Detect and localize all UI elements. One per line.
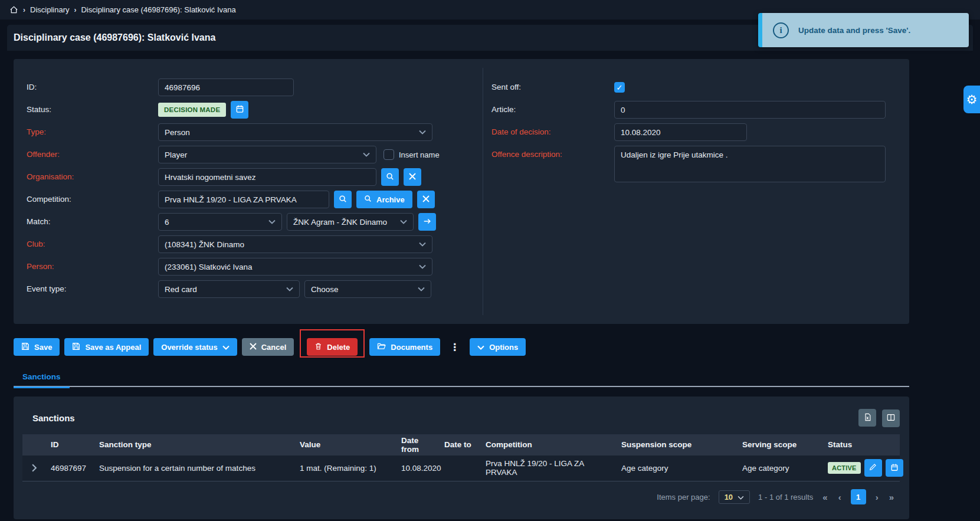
trash-icon <box>314 342 322 352</box>
article-label: Article: <box>483 101 614 119</box>
sent-off-label: Sent off: <box>483 78 614 96</box>
chevron-down-icon <box>419 242 426 247</box>
col-competition: Competition <box>481 434 617 456</box>
export-excel-button[interactable] <box>858 409 876 427</box>
chevron-down-icon <box>738 493 744 502</box>
match-name-select[interactable]: ŽNK Agram - ŽNK Dinamo <box>287 213 414 231</box>
person-value: (233061) Slatković Ivana <box>165 263 253 271</box>
organisation-search-button[interactable] <box>381 168 399 186</box>
organisation-input[interactable] <box>158 168 376 186</box>
organisation-clear-button[interactable] <box>404 168 421 186</box>
close-icon <box>250 343 257 352</box>
page-title: Disciplinary case (46987696): Slatković … <box>7 32 215 43</box>
event-type-label: Event type: <box>14 280 158 298</box>
date-of-decision-label: Date of decision: <box>483 123 614 141</box>
id-input[interactable] <box>158 78 294 96</box>
arrow-right-icon <box>423 217 431 227</box>
columns-icon <box>887 414 895 423</box>
offence-description-textarea[interactable]: Udaljen iz igre Prije utakmice . <box>614 146 886 182</box>
breadcrumb-current: Disciplinary case (46987696): Slatković … <box>81 5 235 14</box>
chevron-down-icon <box>268 219 276 224</box>
club-select[interactable]: (108341) ŽNK Dinamo <box>158 235 432 253</box>
columns-button[interactable] <box>882 409 900 427</box>
person-select[interactable]: (233061) Slatković Ivana <box>158 258 432 276</box>
info-icon: i <box>773 22 789 38</box>
save-label: Save <box>34 343 52 352</box>
calendar-icon <box>235 104 244 115</box>
tab-sanctions[interactable]: Sanctions <box>14 369 70 388</box>
sanction-history-button[interactable] <box>886 459 903 477</box>
case-form-card: ID: Status: DECISION MADE Type: Person <box>14 59 909 324</box>
competition-label: Competition: <box>14 191 158 208</box>
chevron-down-icon <box>418 287 425 291</box>
save-as-appeal-button[interactable]: Save as Appeal <box>64 338 149 356</box>
cancel-button[interactable]: Cancel <box>242 338 294 356</box>
sent-off-checkbox[interactable]: ✓ <box>614 82 625 93</box>
items-per-page-select[interactable]: 10 <box>719 490 750 504</box>
col-status: Status <box>823 434 900 456</box>
save-as-appeal-label: Save as Appeal <box>85 343 141 352</box>
previous-page-button[interactable]: ‹ <box>837 492 843 502</box>
search-icon <box>386 172 394 182</box>
calendar-icon <box>890 463 899 473</box>
event-type-value: Red card <box>165 285 197 294</box>
match-number-select[interactable]: 6 <box>158 213 282 231</box>
col-suspension-scope: Suspension scope <box>617 434 738 456</box>
col-value: Value <box>295 434 396 456</box>
toast-notification: i Update data and press 'Save'. <box>758 13 969 47</box>
match-name-value: ŽNK Agram - ŽNK Dinamo <box>293 218 387 227</box>
more-actions-dots-icon[interactable]: ⋮ <box>450 341 460 353</box>
competition-clear-button[interactable] <box>417 191 435 208</box>
event-type-select[interactable]: Red card <box>158 280 300 298</box>
file-excel-icon <box>864 413 871 423</box>
offender-select[interactable]: Player <box>158 146 376 163</box>
documents-button[interactable]: Documents <box>369 338 440 356</box>
col-date-to: Date to <box>440 434 481 456</box>
items-per-page-label: Items per page: <box>657 493 710 502</box>
override-status-button[interactable]: Override status <box>153 338 237 356</box>
save-icon <box>72 342 80 352</box>
delete-button[interactable]: Delete <box>307 338 358 356</box>
status-badge: DECISION MADE <box>158 103 226 117</box>
competition-input[interactable] <box>158 191 329 208</box>
go-to-match-button[interactable] <box>418 213 436 231</box>
home-icon[interactable] <box>9 5 18 14</box>
results-count: 1 - 1 of 1 results <box>758 493 813 502</box>
actions-toolbar: Save Save as Appeal Override status Canc… <box>14 338 526 356</box>
competition-archive-button[interactable]: Archive <box>356 191 412 208</box>
status-label: Status: <box>14 101 158 119</box>
chevron-right-icon: › <box>23 6 25 14</box>
page-number-button[interactable]: 1 <box>851 489 866 504</box>
date-of-decision-input[interactable] <box>614 123 747 141</box>
edit-sanction-button[interactable] <box>864 459 882 477</box>
documents-label: Documents <box>391 343 432 352</box>
tab-bar: Sanctions <box>14 369 909 387</box>
cancel-label: Cancel <box>261 343 287 352</box>
last-page-button[interactable]: » <box>888 492 895 502</box>
insert-name-checkbox[interactable] <box>384 149 394 160</box>
next-page-button[interactable]: › <box>874 492 880 502</box>
chevron-right-icon: › <box>74 6 76 14</box>
article-input[interactable] <box>614 101 886 119</box>
toast-message: Update data and press 'Save'. <box>798 26 910 35</box>
row-expand-chevron-icon[interactable] <box>27 464 41 472</box>
first-page-button[interactable]: « <box>821 492 828 502</box>
event-subtype-select[interactable]: Choose <box>304 280 431 298</box>
archive-label: Archive <box>376 195 405 204</box>
chevron-down-icon <box>400 219 407 224</box>
match-number-value: 6 <box>165 218 169 227</box>
items-per-page-value: 10 <box>725 493 733 502</box>
chevron-down-icon <box>477 343 484 352</box>
organisation-label: Organisation: <box>14 168 158 186</box>
breadcrumb-disciplinary[interactable]: Disciplinary <box>30 5 69 14</box>
offender-label: Offender: <box>14 146 158 163</box>
competition-search-button[interactable] <box>334 191 352 208</box>
type-select[interactable]: Person <box>158 123 432 141</box>
club-value: (108341) ŽNK Dinamo <box>165 240 244 249</box>
settings-gear-button[interactable]: ⚙ <box>963 86 980 113</box>
col-expander <box>22 434 46 456</box>
type-value: Person <box>165 128 190 137</box>
save-button[interactable]: Save <box>14 338 60 356</box>
options-button[interactable]: Options <box>470 338 526 356</box>
status-history-button[interactable] <box>231 101 248 119</box>
